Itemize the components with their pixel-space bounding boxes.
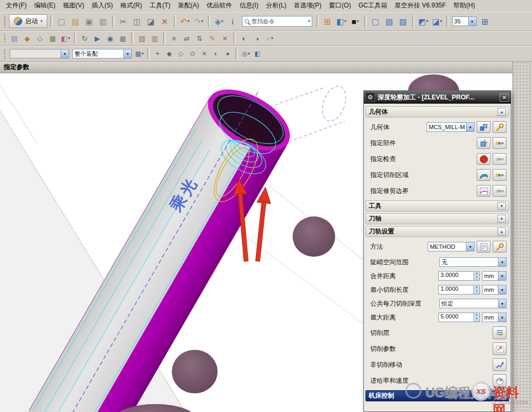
snap-quadrant-icon[interactable]: ◐ (210, 48, 222, 59)
redo-icon[interactable]: ↷▾ (192, 14, 206, 28)
menu-starsky-plugin[interactable]: 星空外挂 V6.935F (391, 0, 450, 11)
edit-geometry-button[interactable] (493, 121, 506, 133)
expand-icon[interactable]: ▼ (497, 202, 506, 210)
method-combo[interactable]: METHOD ▼ (428, 242, 475, 251)
dropdown-arrow-icon[interactable]: ▼ (466, 123, 474, 131)
menu-tools[interactable]: 工具(T) (146, 0, 174, 11)
menu-preferences[interactable]: 首选项(P) (290, 0, 325, 11)
display-cut-area-button[interactable] (493, 169, 506, 181)
information-icon[interactable]: i (226, 14, 240, 28)
face-analysis-icon[interactable]: ▨ (396, 14, 410, 28)
snap-endpoint-icon[interactable]: ◆ (163, 48, 175, 59)
feed-rate-icon[interactable]: ◑ (251, 32, 263, 44)
depth-per-cut-combo[interactable]: 恒定 ▼ (439, 299, 506, 308)
max-distance-field[interactable]: 5.0000 ▲▼ (438, 313, 480, 322)
list-toolpath-icon[interactable]: ≡ (168, 32, 180, 44)
cut-icon[interactable]: ✂ (117, 14, 130, 28)
spinner[interactable]: ▲▼ (473, 272, 479, 280)
verify-toolpath-icon[interactable]: ◉ (104, 32, 117, 44)
dropdown-arrow-icon[interactable]: ▼ (466, 242, 474, 251)
section-machine-control-header[interactable]: 机床控制 ▼ (365, 390, 509, 401)
start-menu-button[interactable]: 启动 ▾ (9, 14, 47, 28)
feeds-speeds-button[interactable] (493, 374, 506, 387)
create-tool-icon[interactable]: ◆ (21, 32, 34, 44)
undo-icon[interactable]: ↶▾ (178, 14, 192, 28)
menu-gc-toolbox[interactable]: GC工具箱 (355, 0, 391, 11)
hidden-edge-display-icon[interactable]: ▧ (383, 14, 396, 28)
options-icon[interactable]: ○▾ (263, 32, 276, 44)
spinner[interactable]: ▲▼ (473, 313, 479, 322)
geometry-combo[interactable]: MCS_MILL-M ▼ (427, 122, 475, 132)
generate-toolpath-icon[interactable]: ↻ (78, 32, 91, 44)
snap-center-icon[interactable]: ⊙ (187, 48, 198, 59)
merge-distance-field[interactable]: 3.0000 ▲▼ (438, 271, 480, 281)
menu-format[interactable]: 格式(R) (117, 0, 146, 11)
dialog-close-button[interactable]: ✕ (500, 93, 509, 102)
non-cutting-moves-button[interactable] (493, 358, 506, 371)
display-check-button[interactable] (493, 153, 506, 165)
resource-bar-strip[interactable] (512, 62, 532, 412)
cut-levels-button[interactable] (493, 326, 506, 339)
copy-icon[interactable]: ◫ (130, 14, 144, 28)
command-finder[interactable]: ▾ (242, 16, 312, 27)
synchronize-icon[interactable]: ⇄ (180, 32, 193, 44)
wcs-dynamics-icon[interactable]: ◧ (252, 48, 263, 59)
menu-help[interactable]: 帮助(H) (450, 0, 479, 11)
dialog-menu-gear-icon[interactable]: ⚙ (365, 93, 375, 102)
dropdown-arrow-icon[interactable]: ▼ (61, 49, 69, 58)
display-trim-boundary-button[interactable] (493, 185, 506, 197)
dropdown-arrow-icon[interactable]: ▼ (123, 49, 131, 58)
chevron-down-icon[interactable]: ▾ (306, 19, 312, 23)
machine-simulate-icon[interactable]: ▩ (117, 32, 129, 44)
select-check-button[interactable] (477, 153, 491, 165)
display-part-button[interactable] (493, 137, 506, 149)
snap-point-on-face-icon[interactable]: ◎▾ (240, 48, 252, 59)
view-orient-icon[interactable]: ◈▾ (212, 14, 226, 28)
snap-midpoint-icon[interactable]: ◇ (175, 48, 187, 59)
collapse-icon[interactable]: ▲ (497, 108, 506, 116)
edit-method-button[interactable] (493, 241, 506, 253)
dropdown-arrow-icon[interactable]: ▼ (468, 17, 476, 26)
window-layout-icon[interactable]: ⊞ (321, 14, 335, 28)
expand-icon[interactable]: ▼ (497, 392, 506, 400)
spinner[interactable]: ▲▼ (473, 285, 479, 294)
display-toolpath-icon[interactable]: ◐ (238, 32, 251, 44)
selection-filter-icon[interactable]: ▦▾ (134, 48, 145, 59)
cutting-parameters-button[interactable] (493, 342, 506, 355)
dialog-titlebar[interactable]: ⚙ 深度轮廓加工 - [ZLEVEL_PROF... ✕ (364, 91, 511, 104)
collapse-icon[interactable]: ▲ (497, 228, 506, 236)
menu-assembly[interactable]: 装配(A) (174, 0, 203, 11)
toolbar-grip[interactable] (3, 33, 6, 43)
snap-intersection-icon[interactable]: ✕ (198, 48, 210, 59)
create-operation-icon[interactable]: ◧▾ (59, 32, 72, 44)
dropdown-arrow-icon[interactable]: ▼ (498, 272, 506, 280)
select-trim-boundary-button[interactable] (477, 185, 491, 197)
print-icon[interactable]: ▥ (96, 14, 110, 28)
section-path-settings-header[interactable]: 刀轨设置 ▲ (365, 226, 509, 237)
dropdown-arrow-icon[interactable]: ▼ (498, 258, 506, 266)
render-style-icon[interactable]: ■▾ (348, 14, 362, 28)
postprocess-icon[interactable]: ▧ (136, 32, 148, 44)
menu-window[interactable]: 窗口(O) (325, 0, 354, 11)
transform-toolpath-icon[interactable]: ⇅ (193, 32, 206, 44)
create-program-icon[interactable]: ▤ (8, 32, 21, 44)
layer-settings-icon[interactable]: ⊞ (478, 14, 492, 28)
shop-documentation-icon[interactable]: ▥ (148, 32, 161, 44)
save-icon[interactable]: ▣ (82, 14, 96, 28)
menu-information[interactable]: 信息(I) (236, 0, 262, 11)
snap-point-icon[interactable]: + (152, 48, 163, 59)
section-axis-header[interactable]: 刀轴 ▼ (365, 213, 509, 224)
min-cut-length-field[interactable]: 1.0000 ▲▼ (438, 285, 480, 295)
menu-edit[interactable]: 编辑(E) (30, 0, 59, 11)
replay-toolpath-icon[interactable]: ▶ (91, 32, 104, 44)
pan-view-icon[interactable]: ◪▾ (430, 14, 444, 28)
create-method-icon[interactable]: ▦ (46, 32, 59, 44)
create-geometry-icon[interactable]: ◇ (34, 32, 46, 44)
snap-existing-point-icon[interactable]: ● (222, 48, 234, 59)
new-method-button[interactable] (477, 241, 491, 253)
toolbar-grip[interactable] (3, 15, 6, 28)
menu-insert[interactable]: 插入(S) (88, 0, 117, 11)
open-icon[interactable]: ▤ (69, 14, 82, 28)
menu-analysis[interactable]: 分析(L) (262, 0, 290, 11)
delete-icon[interactable]: ✕ (158, 14, 172, 28)
